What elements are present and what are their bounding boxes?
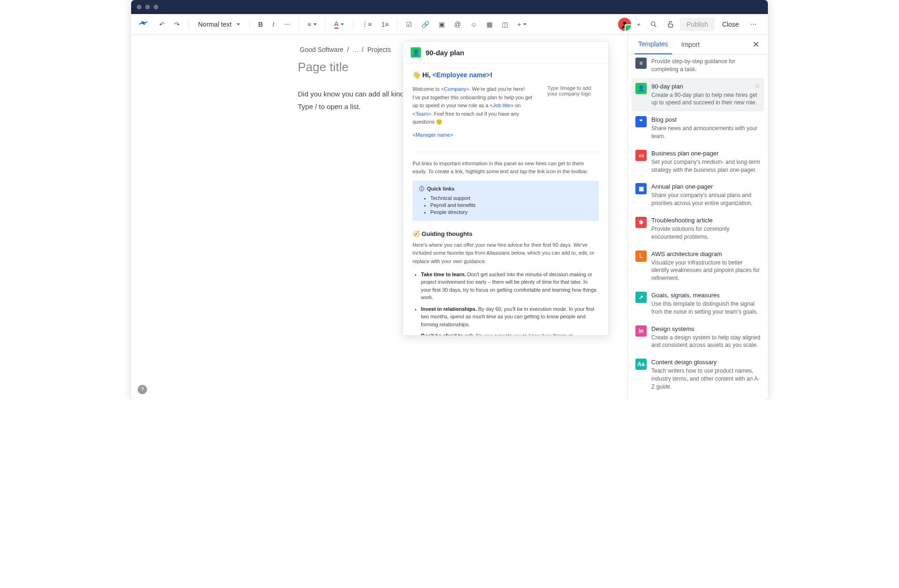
template-icon: 👤 (635, 83, 647, 94)
template-name: Design systems (651, 325, 760, 332)
template-item[interactable]: inDesign systemsCreate a design system t… (632, 321, 764, 354)
template-preview-card: 👤 90-day plan 👋 Hi, <Employee name>! Wel… (403, 41, 609, 336)
template-desc: Share your company's annual plans and pr… (651, 191, 760, 207)
template-icon: Aa (635, 359, 647, 370)
template-name: Troubleshooting article (651, 217, 760, 224)
star-icon[interactable]: ☆ (754, 82, 760, 89)
templates-list[interactable]: ≡ Provide step-by-step guidance for comp… (628, 55, 768, 400)
preview-image-hint: Type /image to add your company logo (547, 85, 599, 144)
template-item[interactable]: ▭Business plan one-pagerSet your company… (632, 145, 764, 179)
template-name: 90-day plan (651, 83, 760, 90)
emoji-button[interactable]: ☺ (466, 18, 480, 31)
templates-panel: Templates Import ✕ ≡ Provide step-by-ste… (627, 35, 768, 400)
template-desc: Use this template to distinguish the sig… (651, 300, 760, 316)
template-desc: Create a design system to help stay alig… (651, 334, 760, 350)
template-icon: ▦ (635, 183, 647, 194)
preview-welcome-line: Welcome to <Company>. We're glad you're … (413, 85, 538, 94)
template-item[interactable]: ✱Troubleshooting articleProvide solution… (632, 212, 764, 246)
image-button[interactable]: ▣ (435, 18, 449, 31)
template-icon: ❞ (635, 116, 647, 127)
template-icon: ▭ (635, 150, 647, 161)
traffic-light-close[interactable] (137, 5, 141, 9)
help-button[interactable]: ? (138, 385, 147, 394)
traffic-light-max[interactable] (154, 5, 158, 9)
template-icon: ↗ (635, 292, 647, 303)
bold-button[interactable]: B (255, 18, 267, 31)
alignment-dropdown[interactable]: ≡ (304, 18, 321, 31)
guiding-tips-list: Take time to learn. Don't get sucked int… (421, 271, 599, 335)
template-desc: Provide solutions for commonly encounter… (651, 225, 760, 241)
template-item[interactable]: 👤90-day planCreate a 90-day plan to help… (632, 78, 764, 112)
template-icon: L (635, 250, 647, 262)
template-icon: ≡ (635, 58, 647, 69)
template-item[interactable]: ↗Goals, signals, measuresUse this templa… (632, 287, 764, 321)
window-titlebar (131, 0, 768, 14)
close-panel-button[interactable]: ✕ (751, 37, 761, 51)
quick-links-panel: ⓘQuick links Technical support Payroll a… (413, 181, 599, 221)
template-name: AWS architecture diagram (651, 250, 760, 257)
guiding-thoughts-header: 🧭 Guiding thoughts (413, 230, 599, 237)
template-name: Business plan one-pager (651, 150, 760, 157)
numbered-list-button[interactable]: 1≡ (377, 18, 392, 31)
invite-button[interactable]: + (633, 18, 644, 31)
confluence-logo-icon (139, 18, 148, 30)
mention-button[interactable]: @ (450, 18, 464, 31)
insert-dropdown[interactable]: + (514, 18, 531, 31)
tab-templates[interactable]: Templates (634, 35, 672, 54)
undo-button[interactable]: ↶ (155, 18, 169, 31)
template-item[interactable]: ▦Annual plan one-pagerShare your company… (632, 178, 764, 212)
preview-intro: I've put together this onboarding plan t… (413, 94, 538, 126)
user-avatar[interactable] (618, 18, 631, 31)
publish-button[interactable]: Publish (680, 18, 715, 31)
text-style-dropdown[interactable]: Normal text (193, 19, 245, 30)
template-item[interactable]: ❞Blog postShare news and announcements w… (632, 111, 764, 145)
svg-point-0 (623, 22, 626, 25)
template-preview-icon: 👤 (411, 47, 421, 58)
template-name: Content design glossary (651, 359, 760, 366)
info-icon: ⓘ (419, 185, 424, 192)
template-desc: Set your company's medium- and long-term… (651, 158, 760, 174)
template-item[interactable]: LAWS architecture diagramVisualize your … (632, 246, 764, 287)
template-name: Goals, signals, measures (651, 292, 760, 299)
traffic-light-min[interactable] (145, 5, 150, 9)
template-item-truncated[interactable]: ≡ Provide step-by-step guidance for comp… (632, 58, 764, 78)
text-color-dropdown[interactable]: A (331, 17, 348, 31)
italic-button[interactable]: I (269, 18, 278, 31)
preview-greeting: 👋 Hi, <Employee name>! (413, 71, 599, 79)
bullet-list-button[interactable]: ⋮≡ (358, 18, 376, 31)
table-button[interactable]: ▦ (483, 18, 496, 31)
template-desc: Share news and announcements with your t… (651, 125, 760, 140)
close-button[interactable]: Close (716, 18, 744, 31)
svg-rect-2 (669, 24, 673, 27)
template-preview-title: 90-day plan (426, 49, 464, 57)
template-name: Annual plan one-pager (651, 183, 760, 190)
action-item-button[interactable]: ☑ (402, 18, 416, 31)
find-button[interactable] (646, 18, 661, 31)
preview-links-note: Put links to important information in th… (413, 160, 599, 176)
layouts-button[interactable]: ◫ (498, 18, 512, 31)
svg-point-1 (651, 22, 655, 25)
template-desc: Visualize your infrastructure to better … (651, 259, 760, 282)
redo-button[interactable]: ↷ (170, 18, 184, 31)
restrictions-button[interactable] (663, 18, 678, 31)
guiding-desc: Here's where you can offer your new hire… (413, 241, 599, 266)
editor-toolbar: ↶ ↷ Normal text B I ⋯ ≡ A ⋮≡ 1≡ ☑ 🔗 ▣ @ … (131, 14, 768, 35)
template-name: Blog post (651, 116, 760, 123)
template-desc: Create a 90-day plan to help new hires g… (651, 91, 760, 107)
link-button[interactable]: 🔗 (418, 18, 433, 31)
more-formatting-button[interactable]: ⋯ (280, 18, 294, 31)
preview-manager-placeholder: <Manager name> (413, 131, 538, 140)
template-item[interactable]: AaContent design glossaryTeach writers h… (632, 354, 764, 395)
tab-import[interactable]: Import (678, 35, 704, 54)
template-icon: in (635, 325, 647, 337)
editor-canvas[interactable]: Good Software / ... / Projects Page titl… (131, 35, 627, 400)
template-icon: ✱ (635, 217, 647, 228)
template-desc: Teach writers how to use product names, … (651, 367, 760, 390)
more-actions-button[interactable]: ⋯ (746, 18, 760, 31)
